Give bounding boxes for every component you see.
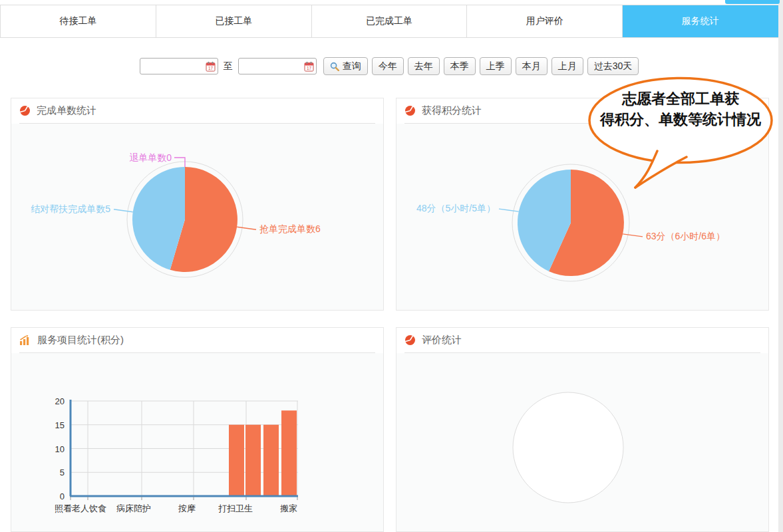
date-to-input[interactable] <box>242 60 306 74</box>
service-items-bar-chart: 05101520照看老人饮食病床陪护按摩打扫卫生搬家 <box>11 353 383 532</box>
tab-user-reviews[interactable]: 用户评价 <box>467 5 623 37</box>
calendar-icon[interactable]: 17 <box>206 61 216 72</box>
tab-accepted-orders[interactable]: 已接工单 <box>156 5 312 37</box>
pie-chart-icon <box>19 105 31 116</box>
panel-body: 05101520照看老人饮食病床陪护按摩打扫卫生搬家 <box>11 353 383 531</box>
quick-filter-last-year[interactable]: 去年 <box>408 57 440 75</box>
svg-text:17: 17 <box>307 66 312 70</box>
calendar-icon[interactable]: 17 <box>304 61 314 72</box>
tab-service-statistics[interactable]: 服务统计 <box>623 5 778 37</box>
svg-text:病床陪护: 病床陪护 <box>116 503 151 513</box>
pie-chart-icon <box>404 105 416 116</box>
panel-service-items: 服务项目统计(积分) 05101520照看老人饮食病床陪护按摩打扫卫生搬家 <box>11 327 384 532</box>
top-right-button-fragment[interactable] <box>725 0 780 4</box>
panel-points-earned: 获得积分统计 63分（6小时/6单）48分（5小时/5单） <box>396 98 769 311</box>
date-filter-bar: 17 至 17 查询 今年 去年 本季 上季 本月 上月 过去30 <box>0 57 778 75</box>
panel-header: 服务项目统计(积分) <box>11 328 383 352</box>
svg-text:5: 5 <box>60 467 65 477</box>
panel-body: 抢单完成单数6结对帮扶完成单数5退单单数0 <box>11 124 383 310</box>
points-earned-pie-chart: 63分（6小时/6单）48分（5小时/5单） <box>396 124 768 311</box>
pie-chart-icon <box>404 334 416 346</box>
panel-title: 服务项目统计(积分) <box>37 334 124 346</box>
tab-pending-orders[interactable]: 待接工单 <box>0 5 156 37</box>
svg-text:63分（6小时/6单）: 63分（6小时/6单） <box>646 231 725 241</box>
svg-text:打扫卫生: 打扫卫生 <box>218 503 253 513</box>
date-from-wrap: 17 <box>140 58 218 74</box>
svg-text:48分（5小时/5单）: 48分（5小时/5单） <box>416 203 496 213</box>
panel-title: 获得积分统计 <box>422 104 482 117</box>
svg-text:10: 10 <box>55 444 65 454</box>
quick-filter-past-30-days[interactable]: 过去30天 <box>587 57 639 75</box>
quick-filter-this-month[interactable]: 本月 <box>516 57 548 75</box>
svg-text:照看老人饮食: 照看老人饮食 <box>55 503 106 513</box>
panel-header: 完成单数统计 <box>11 98 383 123</box>
svg-text:17: 17 <box>208 66 214 70</box>
quick-filter-last-quarter[interactable]: 上季 <box>480 57 512 75</box>
date-to-wrap: 17 <box>238 58 317 74</box>
search-button-label: 查询 <box>343 61 361 72</box>
svg-text:结对帮扶完成单数5: 结对帮扶完成单数5 <box>31 203 110 214</box>
quick-filter-this-quarter[interactable]: 本季 <box>444 57 476 75</box>
svg-text:15: 15 <box>55 420 65 430</box>
panel-completed-orders: 完成单数统计 抢单完成单数6结对帮扶完成单数5退单单数0 <box>11 98 384 311</box>
completed-orders-pie-chart: 抢单完成单数6结对帮扶完成单数5退单单数0 <box>11 124 383 311</box>
tab-bar: 待接工单 已接工单 已完成工单 用户评价 服务统计 <box>0 5 778 38</box>
svg-text:20: 20 <box>55 396 65 406</box>
svg-text:搬家: 搬家 <box>280 503 297 513</box>
svg-text:退单单数0: 退单单数0 <box>129 152 172 163</box>
svg-text:按摩: 按摩 <box>178 503 196 513</box>
quick-filter-last-month[interactable]: 上月 <box>551 57 583 75</box>
bar-chart-icon <box>19 334 31 346</box>
quick-filter-this-year[interactable]: 今年 <box>372 57 404 75</box>
panel-body <box>396 353 768 531</box>
page-content: 待接工单 已接工单 已完成工单 用户评价 服务统计 17 至 1 <box>0 0 778 532</box>
panel-header: 评价统计 <box>396 328 768 352</box>
date-from-input[interactable] <box>144 60 208 74</box>
svg-text:0: 0 <box>60 491 65 501</box>
ratings-empty-pie-chart <box>396 353 768 532</box>
svg-text:抢单完成单数6: 抢单完成单数6 <box>259 223 321 234</box>
tab-completed-orders[interactable]: 已完成工单 <box>312 5 468 37</box>
panel-title: 完成单数统计 <box>37 104 96 117</box>
search-button[interactable]: 查询 <box>323 57 368 75</box>
date-to-label: 至 <box>224 61 233 72</box>
panel-header: 获得积分统计 <box>396 98 768 123</box>
panel-ratings: 评价统计 <box>396 327 769 532</box>
panel-title: 评价统计 <box>422 334 462 346</box>
panel-body: 63分（6小时/6单）48分（5小时/5单） <box>396 124 768 310</box>
magnifier-icon <box>330 62 339 71</box>
